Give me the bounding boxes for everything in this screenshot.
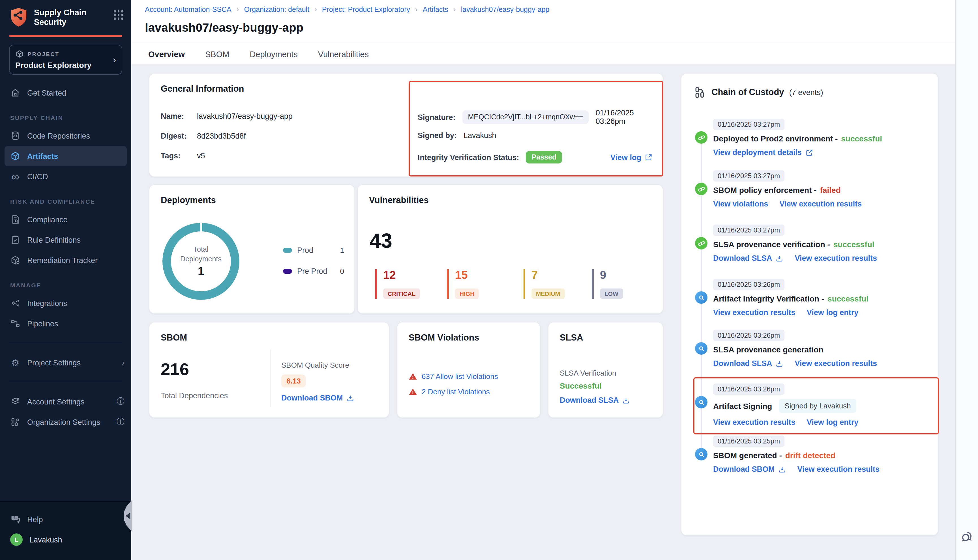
app-window: Supply Chain Security PROJECT Product Ex… [0, 0, 978, 560]
sidebar: Supply Chain Security PROJECT Product Ex… [0, 0, 131, 560]
download-icon [622, 396, 630, 404]
project-selector[interactable]: PROJECT Product Exploratory › [9, 45, 122, 75]
severity-critical: 12 CRITICAL [375, 269, 420, 299]
slsa-verification-label: SLSA Verification [560, 369, 616, 377]
view-log-entry-link[interactable]: View log entry [807, 418, 859, 427]
share-nodes-icon [10, 298, 20, 308]
sidebar-item-remediation-tracker[interactable]: Remediation Tracker [0, 250, 131, 270]
user-name: Lavakush [29, 535, 62, 544]
view-violations-link[interactable]: View violations [713, 200, 768, 208]
clipboard-check-icon [10, 235, 20, 245]
view-execution-results-link[interactable]: View execution results [795, 359, 877, 368]
sidebar-item-account-settings[interactable]: Account Settings ⓘ [0, 392, 131, 412]
breadcrumb: Account: Automation-SSCA › Organization:… [145, 5, 942, 13]
sidebar-item-compliance[interactable]: Compliance [0, 209, 131, 230]
view-log-link[interactable]: View log [611, 153, 653, 162]
breadcrumb-link-account[interactable]: Account: Automation-SSCA [145, 5, 232, 13]
event-status: successful [833, 240, 875, 249]
download-slsa-link[interactable]: Download SLSA [560, 396, 630, 405]
sidebar-item-label: Pipelines [27, 319, 58, 328]
view-log-entry-link[interactable]: View log entry [807, 308, 859, 317]
breadcrumb-link-project[interactable]: Project: Product Exploratory [322, 5, 410, 13]
brand-accent-rule [9, 35, 122, 37]
sidebar-item-pipelines[interactable]: Pipelines [0, 313, 131, 334]
sidebar-item-code-repositories[interactable]: Code Repositories [0, 125, 131, 146]
breadcrumb-separator: › [415, 5, 418, 13]
download-slsa-link[interactable]: Download SLSA [713, 254, 784, 262]
severity-low: 9 LOW [592, 269, 623, 299]
deny-list-violations-row: 2 Deny list Violations [409, 387, 490, 396]
sbom-card: SBOM 216 Total Dependencies SBOM Quality… [149, 322, 389, 418]
cube-icon [10, 151, 20, 161]
sidebar-item-cicd[interactable]: ∞ CI/CD [0, 166, 131, 187]
repository-icon [10, 131, 20, 141]
tab-vulnerabilities[interactable]: Vulnerabilities [318, 42, 369, 66]
event-status: drift detected [785, 451, 835, 460]
tags-label: Tags: [161, 152, 190, 160]
chat-bubbles-icon[interactable] [959, 530, 974, 544]
breadcrumb-link-organization[interactable]: Organization: default [244, 5, 309, 13]
right-panel-strip [955, 0, 978, 560]
vulnerabilities-total: 43 [370, 229, 392, 253]
tab-sbom[interactable]: SBOM [205, 42, 229, 66]
slsa-card: SLSA SLSA Verification Successful Downlo… [548, 322, 663, 418]
card-title: SBOM [161, 333, 187, 343]
user-menu[interactable]: L Lavakush [0, 530, 131, 550]
section-risk-compliance: RISK AND COMPLIANCE [10, 198, 131, 205]
help-chat-icon: ? [10, 514, 20, 524]
main-area: Account: Automation-SSCA › Organization:… [131, 0, 955, 560]
view-execution-results-link[interactable]: View execution results [713, 418, 796, 427]
box-wrench-icon [10, 255, 20, 265]
tab-deployments[interactable]: Deployments [250, 42, 297, 66]
breadcrumb-separator: › [237, 5, 239, 13]
sidebar-item-artifacts[interactable]: Artifacts [5, 146, 127, 166]
view-execution-results-link[interactable]: View execution results [798, 465, 880, 473]
vulnerabilities-card: Vulnerabilities 43 12 CRITICAL 15 HIGH 7… [357, 184, 663, 314]
allow-list-violations-row: 637 Allow list Violations [409, 372, 498, 381]
event-count: (7 events) [789, 88, 823, 97]
view-deployment-details-link[interactable]: View deployment details [713, 148, 813, 157]
download-slsa-link[interactable]: Download SLSA [713, 359, 784, 368]
view-execution-results-link[interactable]: View execution results [795, 254, 877, 262]
breadcrumb-link-artifacts[interactable]: Artifacts [423, 5, 448, 13]
allow-list-violations-link[interactable]: 637 Allow list Violations [422, 372, 498, 381]
sidebar-item-label: Rule Definitions [27, 236, 81, 244]
signature-value[interactable]: MEQCICde2VjIT...bL+2+mqnOXw== [462, 110, 589, 124]
sidebar-item-get-started[interactable]: Get Started [0, 83, 131, 103]
sidebar-item-integrations[interactable]: Integrations [0, 293, 131, 313]
sidebar-item-organization-settings[interactable]: Organization Settings ⓘ [0, 412, 131, 432]
warning-icon [409, 372, 417, 381]
view-execution-results-link[interactable]: View execution results [779, 200, 862, 208]
download-sbom-link[interactable]: Download SBOM [281, 394, 354, 402]
status-badge-passed: Passed [526, 151, 562, 163]
download-icon [778, 465, 786, 473]
deny-list-violations-link[interactable]: 2 Deny list Violations [422, 387, 490, 396]
event-status: successful [841, 134, 882, 143]
download-sbom-link[interactable]: Download SBOM [713, 465, 786, 473]
sidebar-item-label: Project Settings [27, 358, 81, 367]
event-title: Deployed to Prod2 environment - [713, 134, 838, 143]
card-inner-divider [270, 350, 270, 407]
legend-item-pre-prod: Pre Prod 0 [283, 267, 344, 275]
breadcrumb-link-artifact[interactable]: lavakush07/easy-buggy-app [461, 5, 549, 13]
tab-overview[interactable]: Overview [148, 42, 185, 66]
pipeline-icon [10, 318, 20, 328]
chevron-right-icon: › [113, 55, 116, 65]
integrity-status-label: Integrity Verification Status: [418, 153, 519, 162]
sidebar-item-project-settings[interactable]: ⚙ Project Settings › [0, 352, 131, 373]
sidebar-item-label: Account Settings [27, 397, 85, 406]
org-chart-gear-icon [10, 417, 20, 427]
sidebar-divider [9, 343, 122, 343]
view-execution-results-link[interactable]: View execution results [713, 308, 796, 317]
timeline-event: 01/16/2025 03:26pm SLSA provenance gener… [695, 330, 930, 368]
home-icon [10, 88, 20, 98]
chain-link-icon [695, 183, 708, 195]
severity-medium: 7 MEDIUM [524, 269, 564, 299]
download-icon [776, 360, 784, 367]
sidebar-item-rule-definitions[interactable]: Rule Definitions [0, 230, 131, 250]
event-title: SLSA provenance generation [713, 345, 823, 354]
sidebar-item-help[interactable]: ? Help [0, 509, 131, 530]
donut-center-label: Total [180, 245, 222, 254]
shield-logo-icon [9, 7, 28, 28]
app-switcher-icon[interactable] [114, 10, 124, 20]
